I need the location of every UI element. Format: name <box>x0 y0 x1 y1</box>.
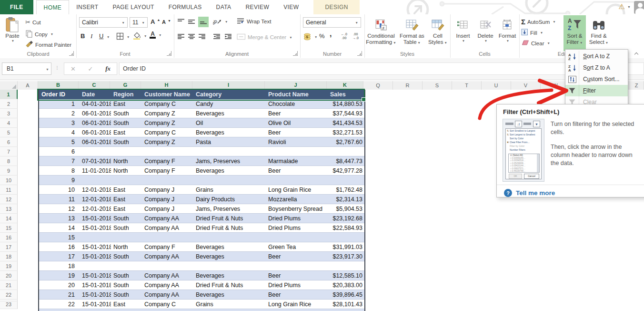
cell[interactable]: Beer <box>266 290 328 299</box>
cell[interactable] <box>111 261 142 270</box>
cell[interactable]: 11 <box>39 195 80 204</box>
cell[interactable]: $8,447.73 <box>328 156 364 166</box>
fill-handle[interactable] <box>362 97 366 102</box>
row-header-22[interactable]: 22 <box>0 290 18 300</box>
cell[interactable]: South <box>111 137 142 146</box>
cell[interactable] <box>111 176 142 185</box>
cell[interactable]: $31,991.03 <box>328 242 364 251</box>
cell[interactable] <box>142 233 193 242</box>
cell[interactable]: 12-01-2018 <box>80 185 111 194</box>
cell[interactable] <box>111 233 142 242</box>
underline-button[interactable]: U <box>99 32 103 40</box>
shrink-font-button[interactable]: A▼ <box>162 19 171 25</box>
row-header-5[interactable]: 5 <box>0 128 18 137</box>
row-header-2[interactable]: 2 <box>0 99 18 109</box>
column-header-K[interactable]: K <box>327 81 363 90</box>
column-header-U[interactable]: U <box>482 81 511 90</box>
cell[interactable]: South <box>111 280 142 290</box>
dialog-launcher-icon[interactable] <box>293 51 298 56</box>
table-header-order-id[interactable]: Order ID <box>39 90 80 99</box>
autosum-button[interactable]: ΣAutoSum▼ <box>521 18 556 26</box>
cell[interactable]: Company J <box>142 204 193 213</box>
cell[interactable]: East <box>111 99 142 108</box>
cell[interactable]: Dried Plums <box>266 214 328 223</box>
row-header-7[interactable]: 7 <box>0 147 18 156</box>
cell[interactable] <box>111 147 142 156</box>
cell[interactable] <box>328 233 364 242</box>
wrap-text-button[interactable]: Wrap Text <box>237 18 271 25</box>
cell[interactable]: Marmalade <box>266 156 328 166</box>
sort-filter-button[interactable]: AZ Sort & Filter▼ <box>564 15 586 51</box>
cell[interactable]: Dairy Products <box>193 195 266 204</box>
cell[interactable]: South <box>111 271 142 280</box>
fill-button[interactable]: Fill▼ <box>521 29 543 37</box>
cell[interactable]: 04-01-2018 <box>80 99 111 108</box>
cell[interactable]: Dried Plums <box>266 223 328 232</box>
cell[interactable]: $2,314.13 <box>328 195 364 204</box>
cell[interactable]: 2 <box>39 109 80 118</box>
accounting-format-button[interactable]: $▼ <box>303 32 317 41</box>
cell[interactable]: Ravioli <box>266 137 328 146</box>
dialog-launcher-icon[interactable] <box>357 51 362 56</box>
cell[interactable]: $23,192.68 <box>328 214 364 223</box>
cancel-icon[interactable]: ✕ <box>70 65 76 73</box>
cell[interactable]: North <box>111 242 142 251</box>
cell[interactable]: Company Z <box>142 137 193 146</box>
cell[interactable] <box>80 233 111 242</box>
cell[interactable] <box>328 176 364 185</box>
cell[interactable]: 3 <box>39 118 80 127</box>
column-header-C[interactable]: C <box>79 81 110 90</box>
chevron-down-icon[interactable]: ▼ <box>107 35 110 39</box>
cell[interactable]: Beer <box>266 271 328 280</box>
cell[interactable]: 17 <box>39 252 80 261</box>
cell[interactable]: 16 <box>39 242 80 251</box>
cell[interactable]: South <box>111 214 142 223</box>
cell[interactable]: Olive Oil <box>266 118 328 127</box>
table-header-sales[interactable]: Sales <box>328 90 364 99</box>
cell[interactable]: 7 <box>39 156 80 166</box>
row-header-16[interactable]: 16 <box>0 233 18 242</box>
format-as-table-button[interactable]: Format as Table▼ <box>398 15 426 45</box>
name-box[interactable]: B1▼ <box>2 62 51 75</box>
cell[interactable]: 21 <box>39 290 80 299</box>
cell[interactable] <box>193 261 266 270</box>
cell[interactable]: Boysenberry Spread <box>266 204 328 213</box>
cell[interactable]: $37,544.93 <box>328 109 364 118</box>
cell[interactable]: 06-01-2018 <box>80 109 111 118</box>
menu-item-custom-sort[interactable]: Custom Sort... <box>565 73 628 85</box>
cell[interactable]: Dried Fruit & Nuts <box>193 214 266 223</box>
cell[interactable] <box>142 147 193 156</box>
cell[interactable]: Company F <box>142 156 193 166</box>
cell[interactable]: 15-01-2018 <box>80 252 111 261</box>
column-header-V[interactable]: V <box>511 81 541 90</box>
cell[interactable]: Beer <box>266 166 328 175</box>
row-header-11[interactable]: 11 <box>0 185 18 195</box>
cell[interactable]: Beverages <box>193 290 266 299</box>
cell[interactable]: South <box>111 252 142 261</box>
decrease-indent-button[interactable] <box>213 33 221 41</box>
dialog-launcher-icon[interactable] <box>167 51 171 56</box>
format-painter-button[interactable]: Format Painter <box>25 41 71 49</box>
cell[interactable] <box>80 176 111 185</box>
cell[interactable]: Company Z <box>142 118 193 127</box>
cell[interactable]: Company F <box>142 166 193 175</box>
increase-indent-button[interactable] <box>224 33 232 41</box>
percent-style-button[interactable]: % <box>319 32 325 40</box>
cell[interactable]: Company AA <box>142 280 193 290</box>
merge-center-button[interactable]: Merge & Center▼ <box>237 33 292 41</box>
cell[interactable]: 06-01-2018 <box>80 128 111 137</box>
cell[interactable]: $1,762.48 <box>328 185 364 194</box>
cell[interactable]: Company J <box>142 185 193 194</box>
row-header-12[interactable]: 12 <box>0 195 18 204</box>
delete-cells-button[interactable]: Delete ▼ <box>475 15 496 43</box>
tab-insert[interactable]: INSERT <box>69 0 105 14</box>
cell[interactable] <box>328 147 364 156</box>
cell[interactable]: 5 <box>39 137 80 146</box>
cell[interactable]: Beverages <box>193 252 266 261</box>
cell[interactable]: North <box>111 166 142 175</box>
tell-me-more-link[interactable]: ? Tell me more <box>504 189 555 197</box>
cell[interactable] <box>193 147 266 156</box>
user-avatar[interactable] <box>634 1 644 14</box>
cell[interactable]: 15-01-2018 <box>80 271 111 280</box>
font-color-button[interactable]: A ▼ <box>150 31 161 39</box>
